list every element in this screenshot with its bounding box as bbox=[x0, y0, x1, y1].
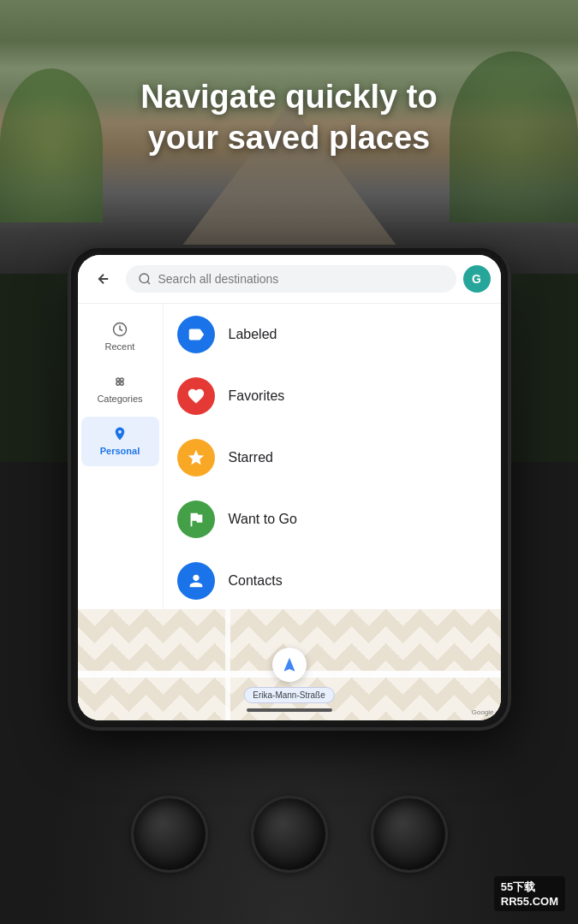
list-label-favorites: Favorites bbox=[229, 388, 285, 404]
favorites-icon bbox=[177, 377, 215, 415]
grid-icon bbox=[111, 373, 128, 390]
watermark-line1: 55下载 bbox=[501, 880, 558, 895]
search-icon bbox=[138, 272, 152, 286]
vent-left bbox=[131, 796, 208, 873]
watermark-line2: RR55.COM bbox=[501, 895, 558, 908]
list-label-contacts: Contacts bbox=[229, 573, 283, 589]
vent-center bbox=[251, 796, 328, 873]
hero-title-line2: your saved places bbox=[0, 118, 578, 159]
svg-point-3 bbox=[120, 378, 123, 382]
list-item-labeled[interactable]: Labeled bbox=[164, 304, 501, 365]
sidebar: Recent Categories bbox=[78, 304, 164, 609]
vent-right bbox=[371, 796, 448, 873]
clock-icon bbox=[111, 321, 128, 338]
top-bar: Search all destinations G bbox=[78, 255, 501, 304]
hero-title-line1: Navigate quickly to bbox=[0, 77, 578, 118]
map-navigate-button[interactable] bbox=[272, 648, 307, 682]
list-area: Labeled Favorites bbox=[164, 304, 501, 609]
svg-point-0 bbox=[140, 274, 149, 283]
list-item-starred[interactable]: Starred bbox=[164, 427, 501, 489]
list-item-contacts[interactable]: Contacts bbox=[164, 550, 501, 609]
home-indicator bbox=[247, 708, 332, 712]
labeled-icon bbox=[177, 316, 215, 353]
sidebar-item-personal[interactable]: Personal bbox=[81, 417, 159, 465]
svg-point-4 bbox=[116, 382, 120, 386]
list-label-want-to-go: Want to Go bbox=[229, 512, 297, 527]
watermark: 55下载 RR55.COM bbox=[494, 876, 565, 911]
list-item-favorites[interactable]: Favorites bbox=[164, 365, 501, 427]
search-placeholder: Search all destinations bbox=[158, 272, 279, 286]
device-screen: Search all destinations G Recent bbox=[78, 255, 501, 720]
avatar-initial: G bbox=[472, 272, 481, 286]
starred-icon bbox=[177, 439, 215, 477]
svg-point-5 bbox=[120, 382, 123, 386]
avatar-button[interactable]: G bbox=[463, 265, 491, 293]
sidebar-item-categories[interactable]: Categories bbox=[78, 364, 163, 413]
hero-section: Navigate quickly to your saved places bbox=[0, 77, 578, 158]
pin-icon bbox=[111, 425, 128, 442]
svg-point-2 bbox=[116, 378, 120, 382]
want-to-go-icon bbox=[177, 500, 215, 538]
map-background: Erika-Mann-Straße Google bbox=[78, 609, 501, 720]
street-label: Erika-Mann-Straße bbox=[243, 687, 334, 703]
map-road-vertical bbox=[225, 609, 230, 720]
sidebar-item-recent[interactable]: Recent bbox=[78, 312, 163, 361]
sidebar-categories-label: Categories bbox=[97, 394, 142, 405]
list-item-want-to-go[interactable]: Want to Go bbox=[164, 489, 501, 550]
device-frame: Search all destinations G Recent bbox=[71, 248, 508, 727]
map-section: Erika-Mann-Straße Google bbox=[78, 609, 501, 720]
content-area: Recent Categories bbox=[78, 304, 501, 609]
list-label-labeled: Labeled bbox=[229, 327, 277, 342]
google-logo: Google bbox=[472, 708, 494, 716]
list-label-starred: Starred bbox=[229, 450, 273, 465]
contacts-icon bbox=[177, 562, 215, 600]
sidebar-recent-label: Recent bbox=[105, 341, 135, 352]
back-button[interactable] bbox=[88, 264, 119, 294]
sidebar-personal-label: Personal bbox=[100, 446, 140, 457]
search-bar[interactable]: Search all destinations bbox=[126, 265, 456, 293]
car-vents bbox=[131, 796, 448, 873]
